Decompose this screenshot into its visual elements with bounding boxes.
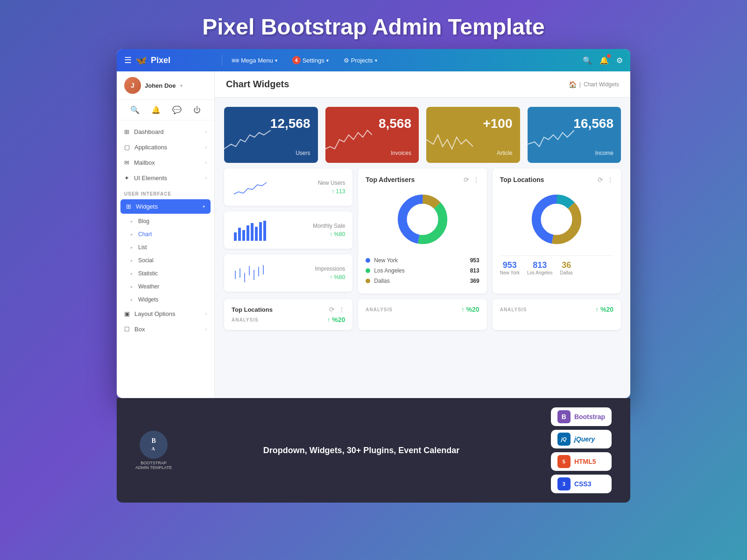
sub-item-label: List bbox=[138, 244, 147, 251]
sidebar-sub-item-blog[interactable]: ▸ Blog bbox=[117, 215, 214, 228]
widget-title: Top Locations bbox=[500, 176, 544, 183]
widgets-icon: ⊞ bbox=[126, 203, 131, 210]
widget-actions: ⟳ ⋮ bbox=[598, 176, 613, 183]
sidebar-sub-item-statistic[interactable]: ▸ Statistic bbox=[117, 267, 214, 280]
stat-card-invoices: 8,568 Invoices bbox=[325, 107, 419, 163]
svg-rect-4 bbox=[251, 223, 254, 241]
search-icon[interactable]: 🔍 bbox=[583, 56, 592, 65]
more-icon[interactable]: ⋮ bbox=[473, 176, 479, 183]
mini-stat-trend: ↑ %80 bbox=[313, 231, 345, 238]
stat-card-users: 12,568 Users bbox=[224, 107, 318, 163]
stat-item-ny: 953 New York bbox=[500, 260, 520, 275]
sub-item-label: Statistic bbox=[138, 270, 158, 277]
sub-item-label: Blog bbox=[138, 218, 149, 224]
css3-icon: 3 bbox=[557, 477, 571, 490]
sidebar-item-applications[interactable]: ▢ Applications › bbox=[117, 140, 214, 155]
sidebar-item-widgets[interactable]: ⊞ Widgets ▾ bbox=[120, 199, 211, 214]
mini-stat-info: Monthly Sale ↑ %80 bbox=[313, 223, 345, 238]
legend-dot-la bbox=[366, 268, 370, 273]
settings-badge: 4 bbox=[292, 56, 301, 64]
sidebar-sub-item-widgets[interactable]: ▸ Widgets bbox=[117, 293, 214, 306]
analysis-value-3: ↑ %20 bbox=[595, 306, 613, 313]
mini-stat-trend: ↑ %80 bbox=[315, 274, 345, 280]
stat-item-value: 813 bbox=[527, 260, 553, 270]
sidebar-sub-item-chart[interactable]: ▸ Chart bbox=[117, 228, 214, 241]
mini-chart-impressions bbox=[232, 261, 269, 285]
mini-stats-column: New Users ↑ 113 bbox=[224, 168, 352, 294]
power-icon[interactable]: ⏻ bbox=[193, 106, 201, 114]
browser-window: ☰ 🦋 Pixel ⊞⊞ Mega Menu ▾ 4 Settings ▾ ⚙ … bbox=[117, 49, 630, 398]
projects-menu-item[interactable]: ⚙ Projects ▾ bbox=[338, 54, 383, 67]
sub-item-label: Chart bbox=[138, 231, 152, 238]
donut-container-locations bbox=[500, 189, 613, 250]
footer-logo: BA BOOTSTRAPADMIN TEMPLATE bbox=[135, 431, 172, 470]
tech-icons: B Bootstrap jQ jQuery 5 HTML5 3 CSS3 bbox=[551, 407, 612, 493]
legend-dot-dallas bbox=[366, 279, 370, 283]
stat-card-article: +100 Article bbox=[426, 107, 520, 163]
sidebar-sub-item-social[interactable]: ▸ Social bbox=[117, 254, 214, 267]
sidebar-item-mailbox[interactable]: ✉ Mailbox › bbox=[117, 155, 214, 170]
breadcrumb-current: Chart Widgets bbox=[584, 81, 619, 88]
settings-icon[interactable]: ⚙ bbox=[616, 56, 623, 65]
legend-label: Dallas bbox=[374, 278, 389, 284]
donut-container bbox=[366, 189, 479, 250]
sidebar-sub-item-list[interactable]: ▸ List bbox=[117, 241, 214, 254]
dashboard-icon: ⊞ bbox=[124, 128, 129, 135]
jquery-label: jQuery bbox=[574, 435, 595, 443]
mega-menu-item[interactable]: ⊞⊞ Mega Menu ▾ bbox=[226, 54, 283, 67]
tech-html5: 5 HTML5 bbox=[551, 452, 612, 471]
more-icon-2[interactable]: ⋮ bbox=[338, 306, 345, 313]
analysis-header-3: ANALYSIS ↑ %20 bbox=[500, 306, 613, 313]
refresh-icon[interactable]: ⟳ bbox=[598, 176, 603, 183]
jquery-icon: jQ bbox=[557, 433, 571, 446]
sidebar-sub-item-weather[interactable]: ▸ Weather bbox=[117, 280, 214, 293]
analysis-card-2: ANALYSIS ↑ %20 bbox=[358, 299, 486, 330]
svg-rect-6 bbox=[259, 222, 262, 241]
more-icon[interactable]: ⋮ bbox=[607, 176, 613, 183]
legend-items: New York 953 Los Angeles 813 bbox=[366, 255, 479, 286]
stat-label: Income bbox=[535, 150, 614, 156]
refresh-icon-2[interactable]: ⟳ bbox=[329, 306, 335, 313]
widget-header: Top Locations ⟳ ⋮ bbox=[500, 176, 613, 183]
widget-title: Top Advertisers bbox=[366, 176, 415, 183]
user-name: Johen Doe bbox=[145, 82, 176, 89]
content-header: Chart Widgets 🏠 | Chart Widgets bbox=[215, 71, 630, 98]
svg-rect-7 bbox=[263, 221, 266, 241]
tech-css3: 3 CSS3 bbox=[551, 475, 612, 493]
widget-actions: ⟳ ⋮ bbox=[464, 176, 479, 183]
home-icon[interactable]: 🏠 bbox=[569, 81, 577, 88]
sidebar-item-layout[interactable]: ▣ Layout Options › bbox=[117, 306, 214, 322]
hamburger-icon[interactable]: ☰ bbox=[124, 55, 132, 65]
sidebar-user: J Johen Doe ▾ bbox=[117, 71, 214, 100]
message-icon[interactable]: 💬 bbox=[172, 105, 182, 114]
mini-chart-monthly-sale bbox=[232, 218, 269, 242]
sub-item-label: Social bbox=[138, 257, 154, 264]
mini-stat-label: Monthly Sale bbox=[313, 223, 345, 229]
content-area: Chart Widgets 🏠 | Chart Widgets 12,568 U… bbox=[215, 71, 630, 398]
stat-label: Invoices bbox=[333, 150, 412, 156]
sub-item-label: Weather bbox=[138, 283, 159, 290]
logo-icon: 🦋 bbox=[135, 55, 147, 66]
settings-menu-item[interactable]: 4 Settings ▾ bbox=[287, 53, 334, 67]
stat-cards-grid: 12,568 Users 8,568 Invoices +100 Article bbox=[215, 98, 630, 168]
mini-stat-info: Impressions ↑ %80 bbox=[315, 266, 345, 280]
sidebar-item-label: Layout Options bbox=[134, 310, 175, 317]
legend-label: New York bbox=[374, 257, 398, 264]
search-icon[interactable]: 🔍 bbox=[130, 105, 140, 114]
top-advertisers-widget: Top Advertisers ⟳ ⋮ bbox=[358, 168, 486, 294]
sidebar-item-ui-elements[interactable]: ✦ UI Elements › bbox=[117, 170, 214, 186]
legend-value: 813 bbox=[470, 267, 479, 274]
logo-text: Pixel bbox=[151, 56, 170, 65]
sidebar-item-label: Mailbox bbox=[134, 159, 155, 166]
page-title: Pixel Bootstrap Admin Template bbox=[0, 0, 747, 49]
sidebar-item-dashboard[interactable]: ⊞ Dashboard › bbox=[117, 124, 214, 140]
legend-value: 369 bbox=[470, 278, 479, 284]
refresh-icon[interactable]: ⟳ bbox=[464, 176, 469, 183]
mailbox-icon: ✉ bbox=[124, 159, 129, 166]
sidebar-item-box[interactable]: ☐ Box › bbox=[117, 322, 214, 337]
bell-icon[interactable]: 🔔 bbox=[599, 56, 609, 65]
footer-subtitle: Dropdown, Widgets, 30+ Plugins, Event Ca… bbox=[181, 446, 542, 455]
nav-right: 🔍 🔔 ⚙ bbox=[583, 56, 623, 65]
notification-icon[interactable]: 🔔 bbox=[151, 105, 161, 114]
stat-item-value: 36 bbox=[560, 260, 573, 270]
